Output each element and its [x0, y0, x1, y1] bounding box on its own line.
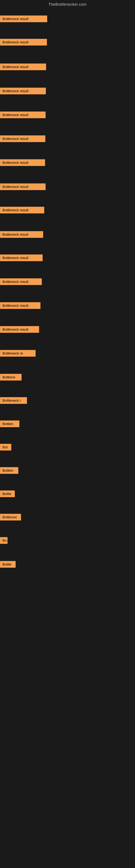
- bottleneck-result-item[interactable]: Bottleneck result: [0, 88, 46, 94]
- bottleneck-result-item[interactable]: Bottleneck result: [0, 302, 41, 309]
- bottleneck-result-item[interactable]: Bot: [0, 444, 11, 451]
- bottleneck-result-item[interactable]: Bottleneck result: [0, 135, 45, 142]
- bottleneck-result-item[interactable]: Bottleneck result: [0, 39, 47, 45]
- bottleneck-result-item[interactable]: Bottle: [0, 490, 15, 497]
- bottleneck-result-item[interactable]: Bottlen: [0, 421, 19, 427]
- bottleneck-result-item[interactable]: Bottleneck result: [0, 207, 44, 214]
- site-title: TheBottlenecker.com: [0, 0, 135, 9]
- bottleneck-result-item[interactable]: Bo: [0, 537, 8, 544]
- bottleneck-result-item[interactable]: Bottleneck result: [0, 254, 43, 261]
- bottleneck-result-item[interactable]: Bottlene: [0, 374, 21, 380]
- bottleneck-result-item[interactable]: Bottleneck result: [0, 278, 42, 285]
- bottleneck-result-item[interactable]: Bottleneck result: [0, 63, 46, 70]
- bottleneck-result-item[interactable]: Bottleneck result: [0, 183, 46, 190]
- bottleneck-result-item[interactable]: Bottleneck re: [0, 350, 36, 357]
- bottleneck-result-item[interactable]: Bottleneck result: [0, 231, 43, 238]
- bottleneck-result-item[interactable]: Bottle: [0, 561, 16, 568]
- bottleneck-result-item[interactable]: Bottlen: [0, 467, 18, 474]
- bottleneck-result-item[interactable]: Bottleneck result: [0, 112, 46, 118]
- bottleneck-result-item[interactable]: Bottleneck result: [0, 326, 39, 333]
- bottleneck-result-item[interactable]: Bottleneck result: [0, 16, 47, 22]
- bottleneck-result-item[interactable]: Bottleneck result: [0, 159, 45, 166]
- bottleneck-result-item[interactable]: Bottlenec: [0, 514, 21, 521]
- bottleneck-result-item[interactable]: Bottleneck r: [0, 397, 27, 404]
